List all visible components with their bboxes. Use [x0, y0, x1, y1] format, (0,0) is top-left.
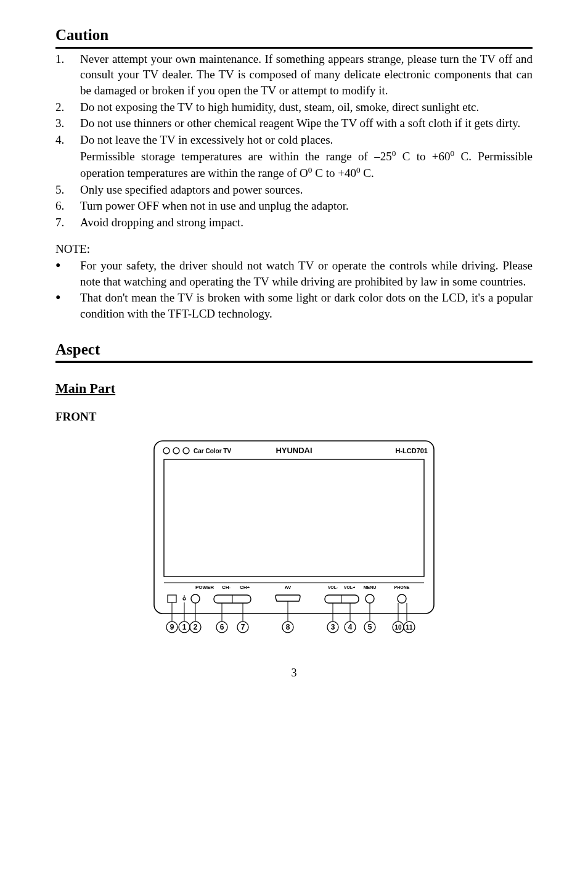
diagram-brand: HYUNDAI [276, 446, 312, 455]
note-item: ● That don't mean the TV is broken with … [55, 290, 533, 321]
caution-item: 4. Do not leave the TV in excessively ho… [55, 132, 533, 181]
svg-point-9 [191, 594, 200, 603]
note-text: That don't mean the TV is broken with so… [80, 290, 533, 321]
note-text: For your safety, the driver should not w… [80, 258, 533, 289]
front-label: FRONT [55, 409, 533, 425]
svg-point-2 [173, 448, 179, 454]
callout-6: 6 [220, 623, 224, 631]
item-text: Do not exposing the TV to high humidity,… [80, 99, 533, 115]
page-number: 3 [55, 665, 533, 680]
svg-rect-6 [168, 595, 176, 602]
diagram-label-chminus: CH- [222, 585, 231, 590]
item-number: 5. [55, 182, 80, 198]
svg-point-1 [163, 448, 169, 454]
item-text: Turn power OFF when not in use and unplu… [80, 198, 533, 214]
diagram-label-volplus: VOL+ [344, 585, 355, 589]
callout-11: 11 [406, 624, 413, 631]
item-number: 2. [55, 99, 80, 115]
caution-item: 2. Do not exposing the TV to high humidi… [55, 99, 533, 115]
bullet-icon: ● [55, 258, 80, 289]
svg-point-14 [365, 594, 374, 603]
diagram-label-chplus: CH+ [240, 585, 250, 590]
item-text: Do not leave the TV in excessively hot o… [80, 132, 533, 181]
callout-8: 8 [286, 623, 290, 631]
item-text: Avoid dropping and strong impact. [80, 215, 533, 231]
diagram-label-volminus: VOL- [328, 585, 338, 589]
callout-3: 3 [331, 623, 335, 631]
item-number: 7. [55, 215, 80, 231]
item-text: Never attempt your own maintenance. If s… [80, 51, 533, 99]
caution-item: 1. Never attempt your own maintenance. I… [55, 51, 533, 99]
callout-10: 10 [394, 624, 402, 631]
caution-item: 3. Do not use thinners or other chemical… [55, 115, 533, 131]
caution-item: 6. Turn power OFF when not in use and un… [55, 198, 533, 214]
aspect-heading: Aspect [55, 339, 533, 364]
item-text: Only use specified adaptors and power so… [80, 182, 533, 198]
note-heading: NOTE: [55, 241, 533, 257]
tv-front-diagram: Car Color TV HYUNDAI H-LCD701 POWER CH- … [149, 436, 439, 639]
item-number: 3. [55, 115, 80, 131]
callout-5: 5 [368, 623, 372, 631]
bullet-icon: ● [55, 290, 80, 321]
svg-point-3 [183, 448, 189, 454]
caution-item: 5. Only use specified adaptors and power… [55, 182, 533, 198]
diagram-model: H-LCD701 [395, 447, 428, 454]
diagram-label-av: AV [285, 585, 292, 590]
svg-rect-4 [164, 459, 424, 577]
diagram-label-power: POWER [195, 585, 214, 590]
svg-point-7 [183, 598, 186, 600]
item-text: Do not use thinners or other chemical re… [80, 115, 533, 131]
callout-4: 4 [348, 623, 353, 631]
item-number: 6. [55, 198, 80, 214]
diagram-label-phone: PHONE [394, 585, 410, 589]
callout-1: 1 [182, 623, 187, 631]
callout-2: 2 [194, 623, 198, 631]
main-part-heading: Main Part [55, 379, 533, 398]
diagram-label-menu: MENU [364, 585, 377, 589]
caution-heading: Caution [55, 25, 533, 49]
note-item: ● For your safety, the driver should not… [55, 258, 533, 289]
callout-7: 7 [241, 623, 245, 631]
diagram-car-color-tv: Car Color TV [194, 448, 231, 454]
caution-item: 7. Avoid dropping and strong impact. [55, 215, 533, 231]
item-number: 4. [55, 132, 80, 181]
caution-list: 1. Never attempt your own maintenance. I… [55, 51, 533, 231]
callout-9: 9 [170, 623, 174, 631]
svg-point-15 [398, 594, 406, 603]
note-list: ● For your safety, the driver should not… [55, 258, 533, 322]
item-number: 1. [55, 51, 80, 99]
